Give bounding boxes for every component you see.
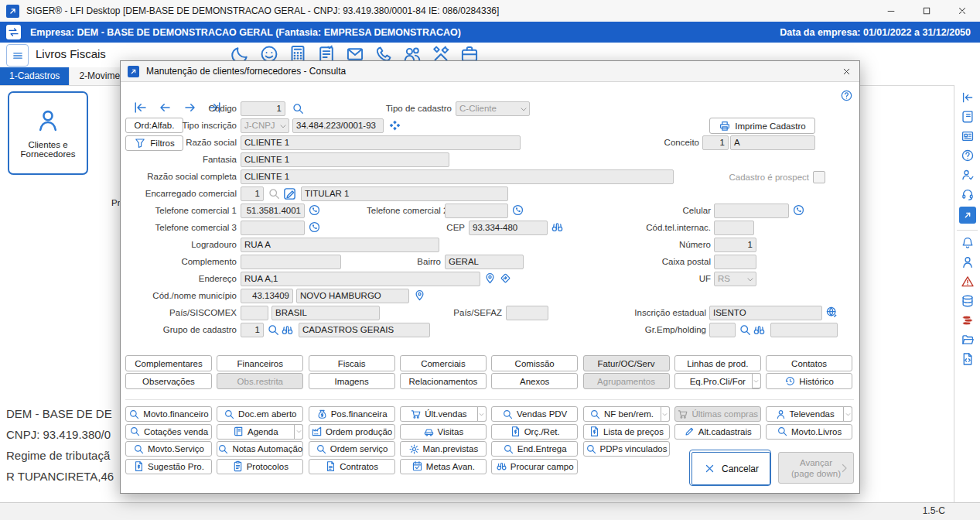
alt-cadastrais-button[interactable]: Alt.cadastrais xyxy=(674,424,761,440)
section-imagens-button[interactable]: Imagens xyxy=(309,373,395,389)
fantasia-field[interactable]: CLIENTE 1 xyxy=(241,152,449,167)
municipio-code-field[interactable]: 43.13409 xyxy=(241,289,293,303)
sync-icon[interactable] xyxy=(6,25,21,39)
receita-federal-icon[interactable] xyxy=(388,119,401,132)
tel1-field[interactable]: 51.3581.4001 xyxy=(241,204,305,218)
section-contatos-button[interactable]: Contatos xyxy=(766,355,852,371)
cep-field[interactable]: 93.334-480 xyxy=(469,221,548,235)
user-check-icon[interactable] xyxy=(961,168,975,182)
database-icon[interactable] xyxy=(961,294,975,308)
procurar-campo-button[interactable]: Procurar campo xyxy=(491,459,578,474)
section-comissao-button[interactable]: Comissão xyxy=(491,355,578,371)
razao-social-completa-field[interactable]: CLIENTE 1 xyxy=(241,169,674,184)
ordem-producao-button[interactable]: Ordem produção xyxy=(309,424,395,440)
card-clientes-fornecedores[interactable]: Clientes e Fornecedores xyxy=(8,91,88,175)
metas-avan-button[interactable]: Metas Avan. xyxy=(400,459,487,474)
inscricao-estadual-field[interactable]: ISENTO xyxy=(709,306,822,320)
chevron-down-icon[interactable] xyxy=(661,406,670,422)
hamburger-menu-icon[interactable] xyxy=(6,44,29,67)
alert-icon[interactable] xyxy=(961,275,975,289)
gr-emp-holding-code-field[interactable] xyxy=(709,323,736,337)
encarregado-code-field[interactable]: 1 xyxy=(241,186,264,201)
section-relacionamentos-button[interactable]: Relacionamentos xyxy=(400,373,487,389)
whatsapp-icon[interactable] xyxy=(511,204,524,217)
movto-financeiro-button[interactable]: Movto.financeiro xyxy=(125,406,212,422)
binoculars-icon[interactable] xyxy=(551,221,564,234)
sugestao-pro-button[interactable]: Sugestão Pro. xyxy=(125,459,212,474)
tel3-field[interactable] xyxy=(241,221,305,235)
section-comerciais-button[interactable]: Comerciais xyxy=(400,355,487,371)
close-button[interactable] xyxy=(944,0,980,22)
lista-de-precos-button[interactable]: Lista de preços xyxy=(583,424,670,440)
whatsapp-icon[interactable] xyxy=(792,204,805,217)
cancelar-button[interactable]: Cancelar xyxy=(689,450,771,486)
globe-icon[interactable] xyxy=(825,306,838,319)
edit-icon[interactable] xyxy=(282,186,297,201)
map-pin-icon[interactable] xyxy=(413,289,426,302)
section-eq-pro-cli-for-button[interactable]: Eq.Pro.Cli/For xyxy=(674,373,761,389)
chevron-down-icon[interactable] xyxy=(294,424,303,440)
municipio-name-field[interactable]: NOVO HAMBURGO xyxy=(296,289,409,303)
razao-social-field[interactable]: CLIENTE 1 xyxy=(241,135,521,150)
ult-vendas-button[interactable]: Últ.vendas xyxy=(400,406,487,422)
grupo-cadastro-code-field[interactable]: 1 xyxy=(241,323,264,337)
section-financeiros-button[interactable]: Financeiros xyxy=(217,355,303,371)
search-icon[interactable] xyxy=(292,102,305,115)
movto-livros-button[interactable]: Movto.Livros xyxy=(766,424,852,440)
cod-tel-internac-field[interactable] xyxy=(714,221,754,235)
search-icon[interactable] xyxy=(267,323,280,337)
conceito-code-field[interactable]: 1 xyxy=(702,135,729,150)
search-icon[interactable] xyxy=(268,187,281,200)
whatsapp-icon[interactable] xyxy=(308,221,321,234)
pais-sefaz-field[interactable] xyxy=(506,306,548,320)
cnpj-field[interactable]: 34.484.223/0001-93 xyxy=(292,118,384,133)
man-previstas-button[interactable]: Man.previstas xyxy=(400,441,487,457)
minimize-button[interactable] xyxy=(873,0,909,22)
collapse-panel-icon[interactable] xyxy=(961,91,975,104)
vendas-pdv-button[interactable]: Vendas PDV xyxy=(491,406,578,422)
movto-servico-button[interactable]: Movto.Serviço xyxy=(125,441,212,457)
dialog-header[interactable]: Manutenção de clientes/fornecedores - Co… xyxy=(121,61,859,82)
chevron-down-icon[interactable] xyxy=(477,406,487,422)
tipo-inscricao-select[interactable]: J-CNPJ xyxy=(241,118,289,133)
numero-field[interactable]: 1 xyxy=(714,238,756,252)
conceito-grade-field[interactable]: A xyxy=(730,135,815,150)
section-historico-button[interactable]: Histórico xyxy=(766,373,852,389)
orc-ret-button[interactable]: Orç./Ret. xyxy=(491,424,578,440)
folder-icon[interactable] xyxy=(961,333,975,347)
binoculars-icon[interactable] xyxy=(753,323,766,337)
section-linhas-de-prod-button[interactable]: Linhas de prod. xyxy=(674,355,761,371)
tab-1-cadastros[interactable]: 1-Cadastros xyxy=(0,67,70,85)
scroll-icon[interactable] xyxy=(961,110,975,124)
section-observacoes-button[interactable]: Observações xyxy=(125,373,212,389)
bell-icon[interactable] xyxy=(961,236,975,250)
section-fiscais-button[interactable]: Fiscais xyxy=(309,355,395,371)
prospect-checkbox[interactable] xyxy=(813,171,825,183)
external-link-icon[interactable] xyxy=(959,207,976,224)
newspaper-icon[interactable] xyxy=(961,129,975,143)
help-icon[interactable] xyxy=(961,149,975,162)
contratos-button[interactable]: Contratos xyxy=(309,459,395,474)
ordem-servico-button[interactable]: Ordem serviço xyxy=(309,441,395,457)
pos-financeira-button[interactable]: Pos.financeira xyxy=(309,406,395,422)
user-icon[interactable] xyxy=(961,255,975,269)
televendas-button[interactable]: Televendas xyxy=(766,406,852,422)
binoculars-icon[interactable] xyxy=(281,323,294,337)
agenda-button[interactable]: Agenda xyxy=(217,424,303,440)
headset-icon[interactable] xyxy=(961,187,975,201)
chevron-down-icon[interactable] xyxy=(843,406,852,422)
directions-icon[interactable] xyxy=(499,272,512,285)
maximize-button[interactable] xyxy=(909,0,944,22)
file-code-icon[interactable] xyxy=(961,352,975,366)
coins-icon[interactable] xyxy=(961,313,975,327)
section-complementares-button[interactable]: Complementares xyxy=(125,355,212,371)
encarregado-name-field[interactable]: TITULAR 1 xyxy=(301,186,508,201)
section-fatur-oc-serv-button[interactable]: Fatur/OC/Serv xyxy=(583,355,670,371)
imprime-cadastro-button[interactable]: Imprime Cadastro xyxy=(709,118,815,134)
visitas-button[interactable]: Visitas xyxy=(400,424,487,440)
pais-siscomex-name-field[interactable]: BRASIL xyxy=(271,306,380,320)
endereco-field[interactable]: RUA A,1 xyxy=(241,272,480,286)
pais-siscomex-code-field[interactable] xyxy=(241,306,268,320)
nf-ben-rem-button[interactable]: NF ben/rem. xyxy=(583,406,670,422)
gr-emp-holding-name-field[interactable] xyxy=(770,323,838,337)
